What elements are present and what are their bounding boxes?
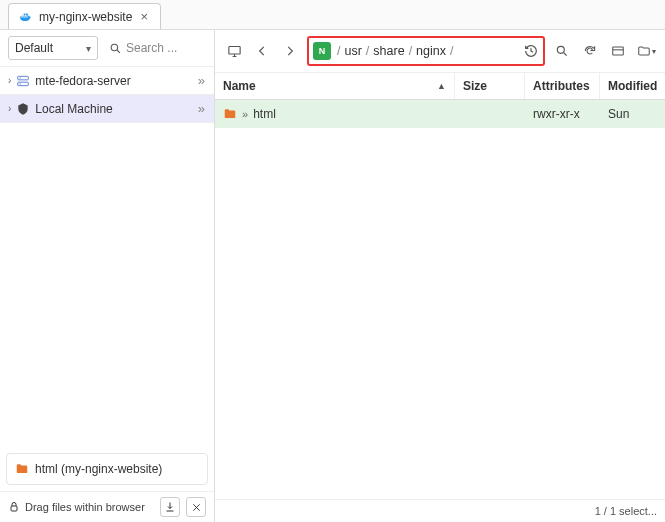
col-name[interactable]: Name ▲: [215, 73, 455, 99]
cell-mod: Sun: [600, 104, 665, 124]
folder-icon: [223, 107, 237, 121]
path-bar[interactable]: N / usr / share / nginx /: [307, 36, 545, 66]
folder-icon: [637, 44, 651, 58]
tree-item-label: mte-fedora-server: [35, 74, 130, 88]
cell-size: [455, 104, 525, 124]
col-name-label: Name: [223, 79, 256, 93]
terminal-button[interactable]: [223, 40, 245, 62]
tree-item-fedora[interactable]: › mte-fedora-server »: [0, 67, 214, 95]
svg-rect-10: [613, 47, 624, 55]
row-attr: rwxr-xr-x: [533, 107, 580, 121]
panel-button[interactable]: [607, 40, 629, 62]
path-sep: /: [337, 44, 340, 58]
nginx-icon: N: [313, 42, 331, 60]
cell-name: » html: [215, 104, 455, 124]
sidebar-card[interactable]: html (my-nginx-website): [6, 453, 208, 485]
sidebar-bottom: Drag files within browser: [0, 491, 214, 522]
more-icon[interactable]: »: [198, 73, 206, 88]
col-size-label: Size: [463, 79, 487, 93]
path-sep: /: [366, 44, 369, 58]
refresh-button[interactable]: [579, 40, 601, 62]
status-text: 1 / 1 select...: [595, 505, 657, 517]
chevron-down-icon: ▾: [86, 43, 91, 54]
row-mod: Sun: [608, 107, 629, 121]
search-icon: [109, 42, 122, 55]
svg-point-0: [111, 44, 118, 51]
sidebar-card-label: html (my-nginx-website): [35, 462, 162, 476]
path-seg-1[interactable]: share: [373, 44, 404, 58]
table-body: » html rwxr-xr-x Sun: [215, 100, 665, 499]
toolbar: N / usr / share / nginx /: [215, 30, 665, 73]
svg-rect-3: [18, 82, 29, 86]
sidebar-top: Default ▾ Search ...: [0, 30, 214, 67]
svg-point-8: [557, 46, 564, 53]
open-indicator-icon: »: [242, 108, 248, 120]
search-button[interactable]: [551, 40, 573, 62]
col-size[interactable]: Size: [455, 73, 525, 99]
col-attributes[interactable]: Attributes: [525, 73, 600, 99]
panel-icon: [611, 44, 625, 58]
close-button[interactable]: [186, 497, 206, 517]
sidebar: Default ▾ Search ... › mte-fedora-server…: [0, 30, 215, 522]
machine-icon: [16, 102, 30, 116]
col-modified[interactable]: Modified: [600, 73, 665, 99]
arrow-right-icon: [283, 44, 297, 58]
sort-asc-icon: ▲: [437, 81, 446, 91]
table-row[interactable]: » html rwxr-xr-x Sun: [215, 100, 665, 128]
search-icon: [555, 44, 569, 58]
drag-hint-label: Drag files within browser: [25, 501, 145, 513]
cell-attr: rwxr-xr-x: [525, 104, 600, 124]
svg-point-5: [20, 83, 21, 84]
chevron-right-icon: ›: [8, 103, 11, 114]
svg-rect-7: [228, 46, 239, 54]
history-icon[interactable]: [523, 43, 539, 59]
more-icon[interactable]: »: [198, 101, 206, 116]
download-icon: [164, 501, 176, 513]
svg-rect-2: [18, 76, 29, 80]
arrow-left-icon: [255, 44, 269, 58]
path-sep: /: [450, 44, 453, 58]
svg-rect-6: [11, 506, 17, 511]
tree-item-local[interactable]: › Local Machine »: [0, 95, 214, 123]
monitor-icon: [227, 44, 242, 59]
table-header: Name ▲ Size Attributes Modified: [215, 73, 665, 100]
svg-point-4: [20, 77, 21, 78]
main: Default ▾ Search ... › mte-fedora-server…: [0, 30, 665, 522]
x-icon: [191, 502, 202, 513]
path-sep: /: [409, 44, 412, 58]
tab-title: my-nginx-website: [39, 10, 132, 24]
tab-bar: my-nginx-website ×: [0, 0, 665, 30]
tree-item-label: Local Machine: [35, 102, 112, 116]
path-seg-2[interactable]: nginx: [416, 44, 446, 58]
lock-icon: [8, 501, 20, 513]
svg-line-9: [564, 53, 567, 56]
drag-hint: Drag files within browser: [8, 501, 154, 513]
refresh-icon: [583, 44, 597, 58]
content: N / usr / share / nginx /: [215, 30, 665, 522]
connection-tree: › mte-fedora-server » › Local Machine »: [0, 67, 214, 297]
folder-icon: [15, 462, 29, 476]
status-bar: 1 / 1 select...: [215, 499, 665, 522]
profile-select-label: Default: [15, 41, 53, 55]
col-attr-label: Attributes: [533, 79, 590, 93]
profile-select[interactable]: Default ▾: [8, 36, 98, 60]
folder-menu-button[interactable]: ▾: [635, 40, 657, 62]
tab-my-nginx-website[interactable]: my-nginx-website ×: [8, 3, 161, 29]
forward-button[interactable]: [279, 40, 301, 62]
search-input[interactable]: Search ...: [104, 36, 206, 60]
breadcrumb[interactable]: / usr / share / nginx /: [337, 44, 517, 58]
chevron-right-icon: ›: [8, 75, 11, 86]
docker-icon: [19, 10, 33, 24]
row-name: html: [253, 107, 276, 121]
path-seg-0[interactable]: usr: [344, 44, 361, 58]
server-icon: [16, 74, 30, 88]
sidebar-spacer: [0, 297, 214, 447]
chevron-down-icon: ▾: [652, 47, 656, 56]
col-mod-label: Modified: [608, 79, 657, 93]
back-button[interactable]: [251, 40, 273, 62]
download-button[interactable]: [160, 497, 180, 517]
search-placeholder: Search ...: [126, 41, 177, 55]
svg-line-1: [117, 50, 120, 53]
close-icon[interactable]: ×: [138, 9, 150, 24]
